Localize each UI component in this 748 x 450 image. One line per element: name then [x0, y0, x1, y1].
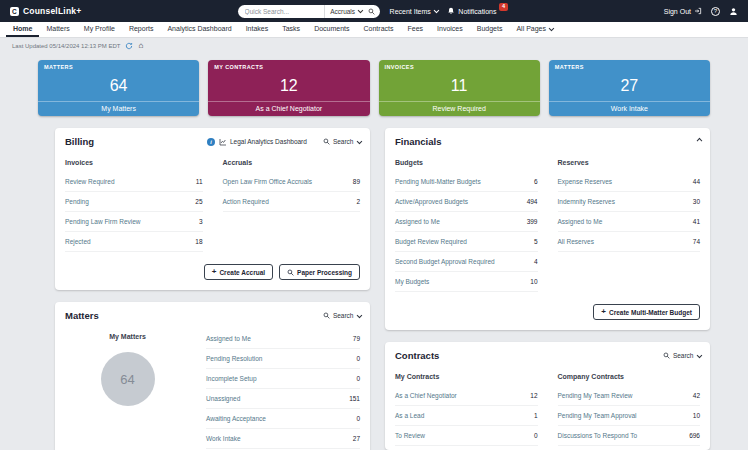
financials-actions: + Create Multi-Matter Budget [385, 296, 710, 330]
refresh-button[interactable] [125, 42, 133, 50]
metric-value: 399 [527, 218, 538, 225]
metric-link[interactable]: Assigned to Me [206, 335, 251, 342]
contracts-columns: My Contracts As a Chief Negotiator 12 As… [385, 367, 710, 450]
metric-link[interactable]: Assigned to Me [395, 218, 440, 225]
home-button[interactable]: ⌂ [138, 42, 143, 50]
contracts-header: Contracts Search [385, 342, 710, 367]
kpi-card-chief-negotiator[interactable]: MY CONTRACTS 12 As a Chief Negotiator [208, 60, 369, 116]
donut-label: My Matters [65, 333, 190, 340]
nav-item-tasks[interactable]: Tasks [275, 22, 307, 37]
metric-link[interactable]: As a Lead [395, 412, 424, 419]
metric-link[interactable]: Open Law Firm Office Accruals [223, 178, 312, 185]
column-heading: Accruals [223, 155, 361, 172]
recent-items-menu[interactable]: Recent Items [390, 8, 438, 15]
metric-link[interactable]: Active/Approved Budgets [395, 198, 468, 205]
nav-item-all-pages[interactable]: All Pages [509, 22, 559, 37]
brand[interactable]: C CounselLink+ [10, 6, 81, 16]
help-button[interactable]: ? [711, 7, 720, 16]
metric-link[interactable]: Pending Resolution [206, 355, 262, 362]
question-icon: ? [711, 7, 720, 16]
list-item: All Reserves 74 [558, 232, 701, 252]
kpi-card-my-matters[interactable]: MATTERS 64 My Matters [38, 60, 199, 116]
bell-icon [447, 7, 455, 15]
list-item: Pending Resolution 0 [206, 349, 360, 369]
collapse-chevron-up-icon[interactable] [696, 138, 701, 143]
search-label: Search [673, 352, 694, 359]
panel-search-toggle[interactable]: Search [323, 312, 360, 319]
nav-item-documents[interactable]: Documents [307, 22, 356, 37]
metric-link[interactable]: Action Required [223, 198, 269, 205]
metric-link[interactable]: Awaiting Acceptance [206, 415, 266, 422]
nav-item-invoices[interactable]: Invoices [430, 22, 470, 37]
chevron-down-icon [356, 312, 361, 317]
billing-panel: Billing i Legal Analytics Dashboard Sear… [55, 128, 370, 290]
nav-item-fees[interactable]: Fees [401, 22, 431, 37]
metric-link[interactable]: Budget Review Required [395, 238, 467, 245]
main-content: Billing i Legal Analytics Dashboard Sear… [0, 128, 748, 450]
all-pages-label: All Pages [516, 25, 546, 32]
metric-link[interactable]: Incomplete Setup [206, 375, 257, 382]
info-icon[interactable]: i [207, 138, 215, 146]
list-item: As a Chief Negotiator 12 [395, 386, 538, 406]
search-button[interactable] [367, 8, 380, 15]
metric-link[interactable]: Rejected [65, 238, 91, 245]
column-heading: Invoices [65, 155, 203, 172]
my-matters-donut[interactable]: 64 [101, 352, 155, 406]
list-item: To Review 0 [395, 426, 538, 446]
nav-item-my-profile[interactable]: My Profile [77, 22, 122, 37]
notifications-menu[interactable]: Notifications 4 [447, 7, 507, 16]
paper-processing-button[interactable]: Paper Processing [279, 264, 360, 280]
billing-header: Billing i Legal Analytics Dashboard Sear… [55, 128, 370, 153]
metric-link[interactable]: All Reserves [558, 238, 594, 245]
metric-link[interactable]: Pending Law Firm Review [65, 218, 141, 225]
sign-out-button[interactable]: Sign Out [664, 7, 702, 15]
metric-link[interactable]: Unassigned [206, 395, 240, 402]
chevron-down-icon [549, 25, 554, 30]
metric-link[interactable]: Expense Reserves [558, 178, 613, 185]
search-scope-dropdown[interactable]: Accruals [324, 5, 366, 18]
kpi-card-work-intake[interactable]: MATTERS 27 Work Intake [549, 60, 710, 116]
billing-actions: + Create Accrual Paper Processing [55, 256, 370, 290]
metric-link[interactable]: Review Required [65, 178, 115, 185]
kpi-card-review-required[interactable]: INVOICES 11 Review Required [379, 60, 540, 116]
user-profile-button[interactable] [729, 7, 738, 16]
matters-tools: Search [323, 312, 360, 319]
metric-value: 10 [530, 278, 537, 285]
list-item: Assigned to Me 79 [206, 329, 360, 349]
create-multi-matter-budget-button[interactable]: + Create Multi-Matter Budget [593, 304, 700, 320]
nav-item-reports[interactable]: Reports [122, 22, 161, 37]
metric-value: 6 [534, 178, 538, 185]
metric-link[interactable]: Work Intake [206, 435, 241, 442]
metric-link[interactable]: Pending [65, 198, 89, 205]
quick-search-input[interactable] [238, 8, 325, 15]
analytics-link-label: Legal Analytics Dashboard [230, 138, 307, 145]
metric-link[interactable]: Discussions To Respond To [558, 432, 638, 439]
panel-search-toggle[interactable]: Search [663, 352, 700, 359]
list-item: Incomplete Setup 0 [206, 369, 360, 389]
metric-link[interactable]: Second Budget Approval Required [395, 258, 495, 265]
list-item: Awaiting Acceptance 0 [206, 409, 360, 429]
metric-link[interactable]: Indemnity Reserves [558, 198, 615, 205]
metric-link[interactable]: As a Chief Negotiator [395, 392, 457, 399]
sign-out-label: Sign Out [664, 8, 691, 15]
my-matters-chart-column: My Matters 64 [65, 329, 190, 449]
nav-item-analytics-dashboard[interactable]: Analytics Dashboard [160, 22, 238, 37]
metric-link[interactable]: Assigned to Me [558, 218, 603, 225]
nav-item-budgets[interactable]: Budgets [470, 22, 510, 37]
metric-value: 41 [693, 218, 700, 225]
nav-item-intakes[interactable]: Intakes [239, 22, 276, 37]
metric-value: 0 [356, 375, 360, 382]
create-accrual-button[interactable]: + Create Accrual [204, 264, 273, 280]
metric-link[interactable]: Pending My Team Approval [558, 412, 637, 419]
nav-item-matters[interactable]: Matters [39, 22, 76, 37]
analytics-dashboard-link[interactable]: Legal Analytics Dashboard [219, 138, 307, 146]
metric-link[interactable]: Pending Multi-Matter Budgets [395, 178, 481, 185]
metric-link[interactable]: My Budgets [395, 278, 429, 285]
metric-link[interactable]: To Review [395, 432, 425, 439]
list-item: Pending 25 [65, 192, 203, 212]
metric-link[interactable]: Pending My Team Review [558, 392, 633, 399]
nav-item-contracts[interactable]: Contracts [357, 22, 401, 37]
nav-item-home[interactable]: Home [6, 22, 39, 37]
panel-search-toggle[interactable]: Search [323, 138, 360, 145]
metric-value: 3 [199, 218, 203, 225]
